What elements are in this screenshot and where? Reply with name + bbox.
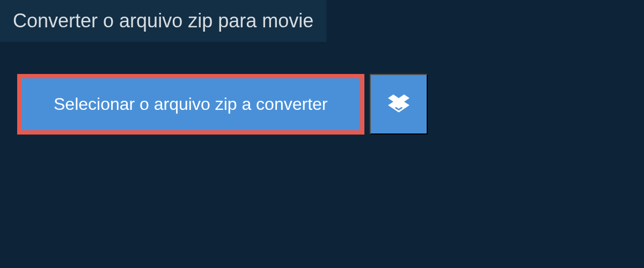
select-file-label: Selecionar o arquivo zip a converter — [54, 94, 328, 114]
dropbox-button[interactable] — [370, 74, 428, 135]
header-bar: Converter o arquivo zip para movie — [0, 0, 326, 42]
button-row: Selecionar o arquivo zip a converter — [0, 42, 644, 167]
page-title: Converter o arquivo zip para movie — [13, 10, 313, 32]
dropbox-icon — [388, 93, 409, 116]
select-file-button[interactable]: Selecionar o arquivo zip a converter — [17, 74, 364, 135]
